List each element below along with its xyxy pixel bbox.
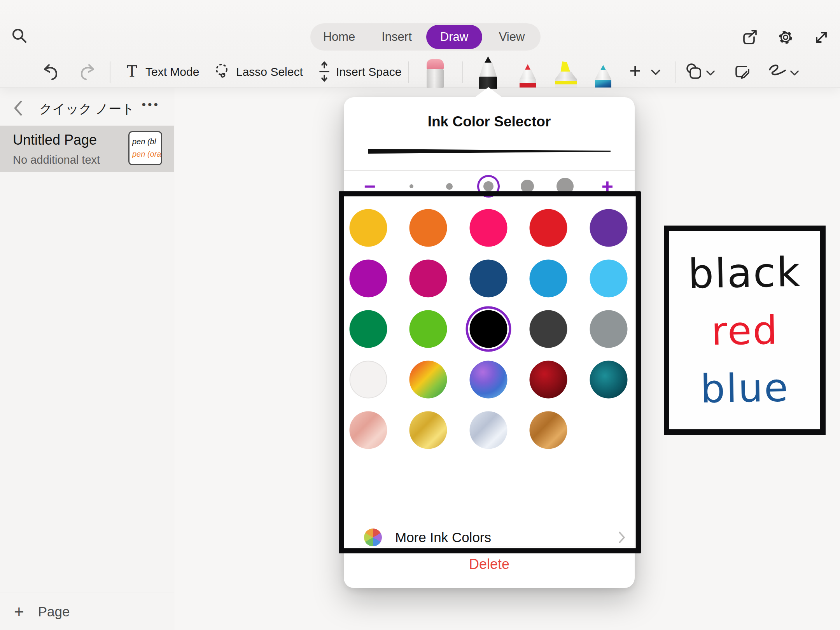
redo-button[interactable] bbox=[78, 62, 97, 82]
ink-color-swatch-gray[interactable] bbox=[590, 310, 628, 348]
chevron-left-icon bbox=[13, 100, 23, 116]
share-button[interactable] bbox=[740, 28, 759, 47]
plus-icon: + bbox=[14, 602, 24, 621]
fullscreen-button[interactable] bbox=[812, 28, 831, 47]
stroke-size-option-1[interactable] bbox=[400, 175, 423, 198]
shapes-menu[interactable] bbox=[705, 69, 716, 76]
tab-home[interactable]: Home bbox=[311, 25, 367, 49]
stroke-size-option-3[interactable] bbox=[477, 175, 500, 198]
popup-title: Ink Color Selector bbox=[344, 114, 635, 130]
sidebar-header: クイック ノート ••• bbox=[0, 97, 174, 119]
more-ink-colors-row[interactable]: More Ink Colors bbox=[344, 523, 635, 551]
ink-color-swatch-dark-red-marble[interactable] bbox=[530, 361, 567, 399]
ink-color-swatch-raspberry[interactable] bbox=[410, 260, 447, 298]
ink-color-swatch-red[interactable] bbox=[530, 209, 567, 247]
ink-to-text-button[interactable] bbox=[733, 62, 751, 81]
add-page-button[interactable]: + Page bbox=[0, 593, 174, 630]
tab-draw[interactable]: Draw bbox=[426, 25, 482, 49]
size-dot bbox=[521, 180, 534, 193]
ink-color-swatch-rainbow-glitter[interactable] bbox=[410, 361, 447, 399]
shapes-button[interactable] bbox=[684, 62, 703, 81]
onenote-app: HomeInsertDrawView bbox=[0, 0, 840, 630]
text-mode-icon: T bbox=[127, 62, 137, 80]
lasso-select-label: Lasso Select bbox=[236, 65, 303, 79]
tab-view[interactable]: View bbox=[484, 25, 540, 49]
eraser-cap bbox=[427, 59, 444, 70]
pen-band bbox=[520, 83, 536, 88]
color-wheel-icon bbox=[364, 528, 382, 546]
stroke-size-option-5[interactable] bbox=[553, 175, 577, 198]
page-list-item-selected[interactable]: Untitled Page No additional text pen (bl… bbox=[0, 126, 174, 172]
ink-color-swatch-silver[interactable] bbox=[470, 411, 508, 449]
handwritten-word-blue: blue bbox=[700, 368, 789, 409]
chevron-right-icon bbox=[618, 531, 625, 544]
note-pen-icon bbox=[733, 63, 751, 80]
more-ink-colors-label: More Ink Colors bbox=[395, 530, 491, 545]
pen-galaxy[interactable] bbox=[595, 65, 611, 88]
lasso-icon bbox=[214, 63, 231, 80]
ink-color-swatch-white[interactable] bbox=[350, 361, 387, 399]
expand-icon bbox=[813, 29, 830, 46]
ink-color-swatch-green[interactable] bbox=[350, 310, 387, 348]
add-pen-menu[interactable] bbox=[650, 68, 661, 76]
ink-color-swatch-black[interactable] bbox=[470, 310, 508, 348]
page-subtitle: No additional text bbox=[13, 154, 100, 166]
ink-color-swatch-gold[interactable] bbox=[410, 411, 447, 449]
ink-color-swatch-galaxy[interactable] bbox=[470, 361, 508, 399]
highlighter-tip bbox=[560, 61, 571, 72]
section-more-button[interactable]: ••• bbox=[142, 98, 160, 111]
undo-icon bbox=[41, 63, 60, 81]
search-icon bbox=[11, 27, 28, 44]
ink-color-selector-popup: Ink Color Selector − + More Ink Colors D… bbox=[344, 97, 635, 588]
search-button[interactable] bbox=[10, 26, 29, 45]
handwritten-word-black: black bbox=[688, 252, 802, 294]
page-thumbnail: pen (bl pen (ora bbox=[128, 131, 162, 165]
highlighter-shoulder bbox=[555, 72, 577, 79]
ink-color-swatch-magenta[interactable] bbox=[350, 260, 387, 298]
page-title: Untitled Page bbox=[13, 132, 97, 148]
highlighter-yellow[interactable] bbox=[555, 61, 577, 88]
delete-pen-button[interactable]: Delete bbox=[344, 556, 635, 572]
eraser-tool[interactable] bbox=[427, 59, 444, 88]
thumb-ink-line: pen (ora bbox=[132, 148, 161, 160]
stroke-size-option-4[interactable] bbox=[516, 175, 539, 198]
chevron-down-icon bbox=[790, 70, 799, 76]
ink-color-swatch-pink[interactable] bbox=[470, 209, 508, 247]
settings-button[interactable] bbox=[776, 28, 795, 47]
selected-size-ring bbox=[477, 175, 500, 198]
ink-color-swatch-dark-blue[interactable] bbox=[470, 260, 508, 298]
top-toolbar: HomeInsertDrawView bbox=[0, 0, 840, 88]
decrease-size-button[interactable]: − bbox=[364, 176, 376, 196]
ink-effects-button[interactable] bbox=[767, 63, 788, 80]
ink-color-swatch-orange[interactable] bbox=[410, 209, 447, 247]
shapes-icon bbox=[685, 63, 703, 80]
pen-cone bbox=[520, 70, 536, 80]
pen-black-selected[interactable] bbox=[479, 56, 497, 89]
pen-cone bbox=[595, 70, 611, 79]
ink-color-swatch-sky-blue[interactable] bbox=[590, 260, 628, 298]
thumb-ink-line: pen (bl bbox=[132, 135, 161, 148]
stroke-size-option-2[interactable] bbox=[438, 175, 461, 198]
ink-color-swatch-light-green[interactable] bbox=[410, 310, 447, 348]
ink-color-swatch-teal-marble[interactable] bbox=[590, 361, 628, 399]
ink-color-swatch-dark-gray[interactable] bbox=[530, 310, 567, 348]
lasso-select-button[interactable] bbox=[213, 62, 231, 80]
ink-color-swatch-blue[interactable] bbox=[530, 260, 567, 298]
ink-annotation-box: blackredblue bbox=[664, 226, 826, 435]
insert-space-button[interactable] bbox=[316, 61, 333, 82]
ink-color-swatch-bronze[interactable] bbox=[530, 411, 567, 449]
pen-red[interactable] bbox=[520, 64, 536, 88]
ink-color-swatch-yellow[interactable] bbox=[350, 209, 387, 247]
ink-color-swatch-purple[interactable] bbox=[590, 209, 628, 247]
size-dot bbox=[410, 184, 413, 188]
tab-insert[interactable]: Insert bbox=[369, 25, 425, 49]
add-pen-button[interactable]: + bbox=[629, 59, 641, 82]
back-button[interactable] bbox=[10, 100, 26, 117]
size-dot bbox=[446, 183, 453, 190]
increase-size-button[interactable]: + bbox=[602, 176, 613, 196]
pen-tip bbox=[484, 56, 492, 63]
ink-effects-menu[interactable] bbox=[789, 69, 800, 76]
text-mode-button[interactable]: Text Mode bbox=[145, 65, 199, 79]
undo-button[interactable] bbox=[41, 62, 60, 82]
ink-color-swatch-rose-gold[interactable] bbox=[350, 411, 387, 449]
